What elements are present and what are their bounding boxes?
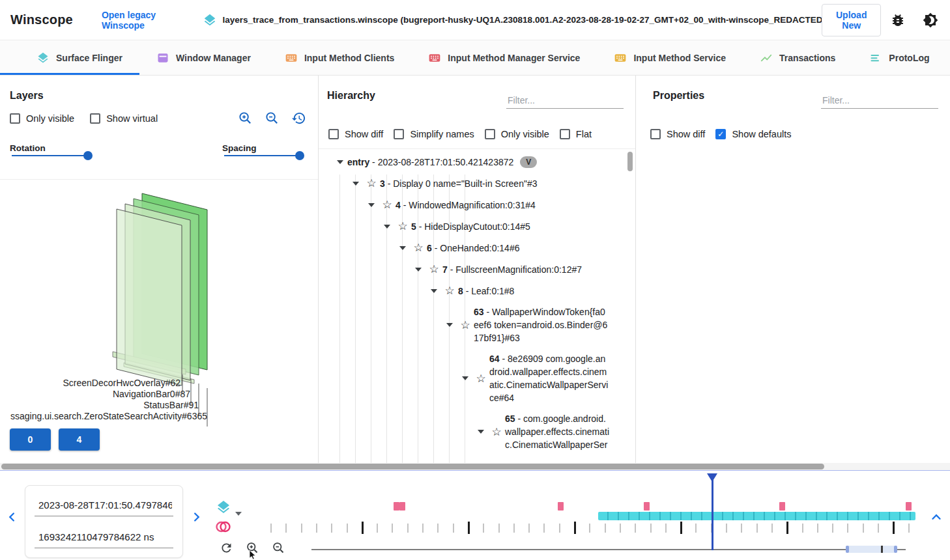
checkbox-box[interactable]: [394, 129, 404, 139]
timeline-tick: [543, 524, 545, 533]
flat-checkbox[interactable]: Flat: [560, 129, 592, 139]
hierarchy-filter-input[interactable]: [506, 92, 624, 109]
show-defaults-checkbox[interactable]: Show defaults: [715, 129, 791, 139]
transition-marker[interactable]: [558, 502, 564, 511]
caret-down-icon[interactable]: [333, 160, 347, 164]
caret-down-icon[interactable]: [442, 323, 457, 327]
trace-selector-caret-icon[interactable]: [235, 512, 242, 516]
refresh-icon[interactable]: [220, 541, 233, 557]
rotation-slider[interactable]: [12, 155, 88, 156]
layer-rect[interactable]: [117, 209, 182, 385]
range-handle-right[interactable]: [894, 546, 897, 553]
tab-input-method-manager-service[interactable]: Input Method Manager Service: [411, 40, 597, 75]
tab-tra[interactable]: Tra: [947, 40, 950, 75]
upload-new-button[interactable]: Upload New: [822, 4, 881, 36]
show-virtual-checkbox[interactable]: Show virtual: [90, 113, 158, 124]
tree-node[interactable]: entry - 2023-08-28T17:01:50.421423872V: [319, 152, 626, 173]
caret-down-icon[interactable]: [349, 182, 363, 186]
show-diff-checkbox[interactable]: Show diff: [650, 129, 705, 139]
tab-surface-flinger[interactable]: Surface Flinger: [0, 40, 139, 75]
star-icon[interactable]: ☆: [379, 198, 396, 212]
zoom-out-icon[interactable]: [272, 541, 285, 557]
open-legacy-link[interactable]: Open legacy Winscope: [102, 10, 180, 31]
caret-down-icon[interactable]: [411, 268, 425, 272]
checkbox-box[interactable]: [560, 129, 570, 139]
zoom-out-icon[interactable]: [265, 111, 280, 128]
transitions-icon[interactable]: [216, 519, 231, 537]
display-button-0[interactable]: 0: [10, 428, 51, 451]
hierarchy-scrollbar[interactable]: [627, 152, 633, 171]
window-icon: [156, 51, 169, 64]
tab-transactions[interactable]: Transactions: [743, 40, 852, 75]
previous-entry-button[interactable]: [5, 510, 20, 524]
tab-input-method-service[interactable]: Input Method Service: [597, 40, 743, 75]
timeline-playhead[interactable]: [712, 474, 713, 550]
checkbox-box[interactable]: [650, 129, 661, 139]
horizontal-scrollbar-track[interactable]: [0, 463, 950, 470]
star-icon[interactable]: ☆: [472, 372, 489, 385]
checkbox-box[interactable]: [90, 113, 100, 124]
zoom-in-icon[interactable]: [238, 111, 253, 128]
caret-down-icon[interactable]: [427, 289, 441, 293]
zoom-range-line[interactable]: [311, 549, 906, 550]
timeline-tick: [270, 524, 272, 533]
zoom-range-selection[interactable]: [846, 546, 897, 553]
tree-node[interactable]: ☆63 - WallpaperWindowToken{fa0eef6 token…: [319, 301, 626, 348]
transition-marker[interactable]: [394, 502, 399, 511]
transition-marker[interactable]: [779, 502, 785, 511]
star-icon[interactable]: ☆: [363, 176, 380, 190]
star-icon[interactable]: ☆: [410, 241, 427, 255]
tree-node[interactable]: ☆6 - OneHanded:0:14#6: [319, 237, 626, 259]
caret-down-icon[interactable]: [364, 203, 379, 207]
horizontal-scrollbar-thumb[interactable]: [1, 464, 824, 469]
rotation-slider-thumb[interactable]: [83, 151, 93, 160]
only-visible-checkbox[interactable]: Only visible: [485, 129, 549, 139]
tab-input-method-clients[interactable]: Input Method Clients: [268, 40, 411, 75]
caret-down-icon[interactable]: [474, 430, 488, 434]
transition-marker[interactable]: [906, 502, 912, 511]
star-icon[interactable]: ☆: [394, 219, 411, 233]
human-time-input[interactable]: [35, 496, 173, 516]
tab-window-manager[interactable]: Window Manager: [139, 40, 268, 75]
checkbox-box[interactable]: [715, 129, 726, 139]
next-entry-button[interactable]: [189, 510, 203, 524]
star-icon[interactable]: ☆: [488, 425, 505, 439]
rotation-slider-label: Rotation: [10, 143, 46, 153]
tree-node[interactable]: ☆8 - Leaf:0:1#8: [319, 280, 626, 301]
star-icon[interactable]: ☆: [457, 318, 474, 332]
tree-node[interactable]: ☆5 - HideDisplayCutout:0:14#5: [319, 216, 626, 237]
transition-marker[interactable]: [644, 502, 650, 511]
surface-flinger-layers-icon[interactable]: [216, 499, 231, 518]
checkbox-box[interactable]: [328, 129, 339, 139]
tree-node[interactable]: ☆65 - com.google.android.wallpaper.effec…: [319, 408, 626, 455]
simplify-names-checkbox[interactable]: Simplify names: [394, 129, 474, 139]
nanosecond-time-input[interactable]: [35, 527, 173, 548]
properties-filter-input[interactable]: [821, 92, 938, 109]
tab-protolog[interactable]: ProtoLog: [852, 40, 946, 75]
range-handle-left[interactable]: [846, 546, 849, 553]
dark-mode-icon[interactable]: [923, 12, 938, 28]
spacing-slider-thumb[interactable]: [295, 151, 304, 160]
display-button-4[interactable]: 4: [59, 428, 100, 451]
tree-node[interactable]: ☆4 - WindowedMagnification:0:31#4: [319, 194, 626, 216]
show-diff-checkbox[interactable]: Show diff: [328, 129, 383, 139]
star-icon[interactable]: ☆: [425, 262, 442, 276]
spacing-slider[interactable]: [224, 155, 300, 156]
checkbox-box[interactable]: [485, 129, 495, 139]
caret-down-icon[interactable]: [380, 225, 394, 229]
surface-flinger-trace-track[interactable]: [598, 512, 915, 520]
checkbox-label: Flat: [576, 129, 592, 139]
star-icon[interactable]: ☆: [441, 284, 458, 298]
only-visible-checkbox[interactable]: Only visible: [10, 113, 74, 124]
caret-down-icon[interactable]: [458, 376, 472, 380]
transition-marker[interactable]: [399, 502, 405, 511]
bug-report-icon[interactable]: [890, 12, 906, 28]
reset-view-icon[interactable]: [291, 111, 306, 128]
tree-node[interactable]: ☆7 - FullscreenMagnification:0:12#7: [319, 259, 626, 280]
checkbox-box[interactable]: [10, 113, 20, 124]
tree-node[interactable]: ☆64 - 8e26909 com.google.android.wallpap…: [319, 348, 626, 408]
caret-down-icon[interactable]: [396, 246, 410, 250]
keyboard-icon: [285, 51, 298, 64]
tree-node[interactable]: ☆3 - Display 0 name="Built-in Screen"#3: [319, 173, 626, 194]
collapse-timeline-button[interactable]: [929, 510, 943, 524]
